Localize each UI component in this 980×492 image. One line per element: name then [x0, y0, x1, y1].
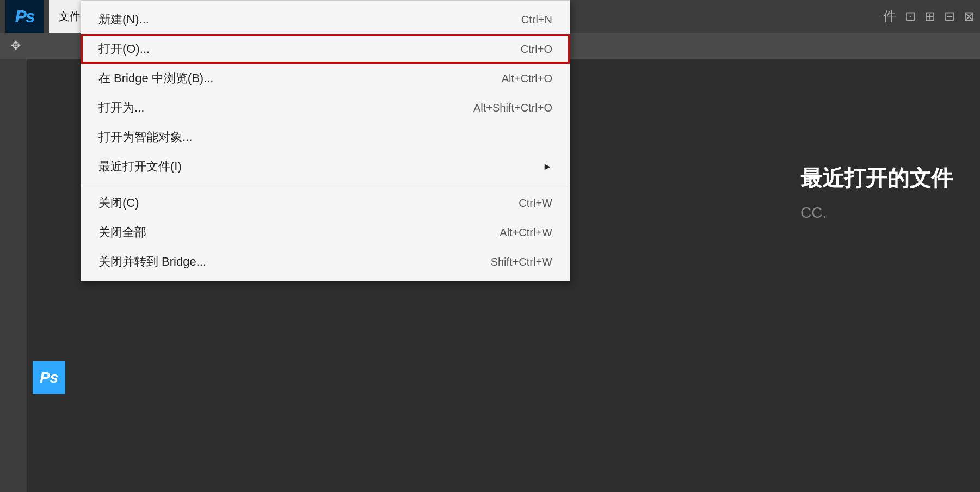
ps-bottom-icon: Ps [33, 361, 65, 394]
align-icon-5: ⊠ [964, 9, 975, 24]
ps-logo: Ps [5, 0, 44, 33]
menu-close-all-label: 关闭全部 [98, 224, 146, 241]
menu-close-label: 关闭(C) [98, 195, 139, 211]
align-icon-4: ⊟ [944, 9, 955, 24]
recent-files-title: 最近打开的文件 [800, 163, 953, 193]
menu-close-bridge-label: 关闭并转到 Bridge... [98, 254, 206, 270]
menu-open[interactable]: 打开(O)... Ctrl+O [81, 34, 570, 64]
menu-close-bridge-shortcut: Shift+Ctrl+W [491, 256, 552, 268]
menu-new-label: 新建(N)... [98, 11, 149, 28]
toolbar-right: 件 ⊡ ⊞ ⊟ ⊠ [883, 8, 975, 25]
ps-logo-text: Ps [15, 7, 34, 27]
menu-close-bridge[interactable]: 关闭并转到 Bridge... Shift+Ctrl+W [81, 247, 570, 276]
move-tool-icon[interactable]: ✥ [11, 39, 21, 53]
file-dropdown-menu: 新建(N)... Ctrl+N 打开(O)... Ctrl+O 在 Bridge… [81, 0, 570, 281]
menu-recent-label: 最近打开文件(I) [98, 158, 182, 175]
menu-close-all-shortcut: Alt+Ctrl+W [500, 226, 552, 239]
menu-browse-bridge-shortcut: Alt+Ctrl+O [502, 72, 552, 85]
align-icon-2: ⊡ [905, 9, 916, 24]
menu-open-as-label: 打开为... [98, 100, 144, 116]
menu-browse-bridge-label: 在 Bridge 中浏览(B)... [98, 70, 213, 87]
align-icon-3: ⊞ [924, 9, 935, 24]
menu-new[interactable]: 新建(N)... Ctrl+N [81, 5, 570, 34]
align-icon-1: 件 [883, 8, 896, 25]
menu-open-label: 打开(O)... [98, 41, 150, 57]
menu-close-shortcut: Ctrl+W [519, 197, 552, 210]
menu-new-shortcut: Ctrl+N [521, 14, 552, 26]
menu-open-smart-label: 打开为智能对象... [98, 129, 192, 145]
menu-close-all[interactable]: 关闭全部 Alt+Ctrl+W [81, 218, 570, 247]
right-content-area: 最近打开的文件 CC. [800, 163, 953, 222]
ps-bottom-text: Ps [40, 369, 58, 386]
menu-browse-bridge[interactable]: 在 Bridge 中浏览(B)... Alt+Ctrl+O [81, 64, 570, 93]
menu-open-as-shortcut: Alt+Shift+Ctrl+O [473, 102, 552, 114]
menu-recent[interactable]: 最近打开文件(I) ► [81, 152, 570, 181]
recent-files-sub: CC. [800, 204, 953, 222]
menu-open-as[interactable]: 打开为... Alt+Shift+Ctrl+O [81, 93, 570, 122]
menu-open-smart[interactable]: 打开为智能对象... [81, 122, 570, 152]
dropdown-separator [81, 184, 570, 185]
menu-close[interactable]: 关闭(C) Ctrl+W [81, 188, 570, 218]
menu-open-shortcut: Ctrl+O [521, 43, 552, 56]
submenu-arrow-icon: ► [543, 161, 552, 173]
